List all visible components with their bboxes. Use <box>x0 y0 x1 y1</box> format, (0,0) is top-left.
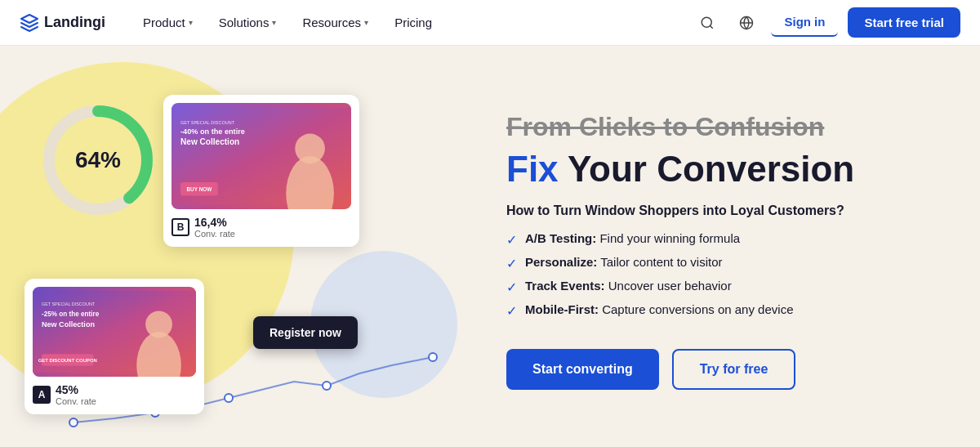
a-badge: A <box>33 386 51 404</box>
nav-resources[interactable]: Resources ▾ <box>291 9 380 36</box>
logo[interactable]: Landingi <box>20 13 105 33</box>
try-for-free-button[interactable]: Try for free <box>672 349 796 390</box>
main-content: 64% GET SPECIAL DISCOUNT <box>0 46 980 447</box>
feature-track-events: ✓ Track Events: Uncover user behavior <box>506 279 939 295</box>
language-button[interactable] <box>732 8 761 38</box>
start-trial-button[interactable]: Start free trial <box>848 7 960 38</box>
svg-text:GET DISCOUNT COUPON: GET DISCOUNT COUPON <box>38 358 97 363</box>
svg-point-9 <box>295 134 325 164</box>
signin-button[interactable]: Sign in <box>771 8 838 37</box>
logo-icon <box>20 13 39 33</box>
svg-text:New Collection: New Collection <box>42 320 95 329</box>
svg-text:BUY NOW: BUY NOW <box>186 186 212 192</box>
feature-mobile-first: ✓ Mobile-First: Capture conversions on a… <box>506 302 939 319</box>
b-variant-card: GET SPECIAL DISCOUNT -40% on the entire … <box>163 95 359 247</box>
checkmark-icon: ✓ <box>506 303 517 319</box>
nav-pricing[interactable]: Pricing <box>383 9 443 36</box>
b-badge: B <box>172 218 189 236</box>
nav-right: Sign in Start free trial <box>693 7 960 38</box>
b-card-image: GET SPECIAL DISCOUNT -40% on the entire … <box>172 103 351 209</box>
svg-point-24 <box>429 353 437 361</box>
b-card-header: B 16,4% Conv. rate <box>172 216 351 239</box>
strikethrough-headline: From Clicks to Confusion <box>506 111 939 142</box>
cta-buttons: Start converting Try for free <box>506 349 939 390</box>
a-conv-rate: 45% <box>56 383 96 396</box>
a-variant-card: GET SPECIAL DISCOUNT -25% on the entire … <box>24 279 204 414</box>
svg-point-0 <box>702 17 712 27</box>
hero-subtitle: How to Turn Window Shoppers into Loyal C… <box>506 203 939 218</box>
donut-percent-label: 64% <box>75 147 121 173</box>
chevron-down-icon: ▾ <box>364 18 368 27</box>
a-card-image: GET SPECIAL DISCOUNT -25% on the entire … <box>33 287 196 377</box>
feature-label: Personalize: <box>525 255 597 269</box>
nav-solutions[interactable]: Solutions ▾ <box>207 9 288 36</box>
register-now-button[interactable]: Register now <box>253 316 358 349</box>
checkmark-icon: ✓ <box>506 279 517 295</box>
svg-text:New Collection: New Collection <box>180 137 239 146</box>
a-card-hero-image: GET SPECIAL DISCOUNT -25% on the entire … <box>33 287 196 377</box>
chevron-down-icon: ▾ <box>272 18 276 27</box>
start-converting-button[interactable]: Start converting <box>506 349 659 390</box>
checkmark-icon: ✓ <box>506 232 517 248</box>
feature-text: Uncover user behavior <box>605 279 732 293</box>
feature-text: Find your winning formula <box>596 231 740 245</box>
feature-text: Tailor content to visitor <box>597 255 722 269</box>
a-card-badge: A 45% Conv. rate <box>33 383 196 406</box>
hero-content: From Clicks to Confusion Fix Your Conver… <box>474 46 980 447</box>
left-visual: 64% GET SPECIAL DISCOUNT <box>0 46 474 447</box>
nav-product[interactable]: Product ▾ <box>131 9 204 36</box>
nav-links: Product ▾ Solutions ▾ Resources ▾ Pricin… <box>131 9 693 36</box>
logo-text: Landingi <box>44 14 105 31</box>
svg-text:-40% on the entire: -40% on the entire <box>180 127 245 136</box>
feature-label: Mobile-First: <box>525 302 599 316</box>
chevron-down-icon: ▾ <box>189 18 193 27</box>
b-card-hero-image: GET SPECIAL DISCOUNT -40% on the entire … <box>172 103 351 209</box>
svg-point-17 <box>145 311 172 338</box>
svg-text:-25% on the entire: -25% on the entire <box>42 311 100 318</box>
feature-ab-testing: ✓ A/B Testing: Find your winning formula <box>506 231 939 248</box>
b-conv-label: Conv. rate <box>194 229 235 239</box>
search-button[interactable] <box>693 8 722 38</box>
svg-text:GET SPECIAL DISCOUNT: GET SPECIAL DISCOUNT <box>42 302 96 306</box>
feature-text: Capture conversions on any device <box>599 302 793 316</box>
checkmark-icon: ✓ <box>506 256 517 271</box>
headline-fix: Fix <box>506 149 559 189</box>
feature-label: Track Events: <box>525 279 605 293</box>
svg-point-22 <box>225 394 233 402</box>
headline-suffix: Your Conversion <box>559 149 855 189</box>
feature-label: A/B Testing: <box>525 231 596 245</box>
donut-chart: 64% <box>33 95 163 226</box>
svg-text:GET SPECIAL DISCOUNT: GET SPECIAL DISCOUNT <box>180 120 235 125</box>
svg-point-23 <box>323 382 331 390</box>
feature-list: ✓ A/B Testing: Find your winning formula… <box>506 231 939 326</box>
b-conv-rate: 16,4% <box>194 216 235 229</box>
navbar: Landingi Product ▾ Solutions ▾ Resources… <box>0 0 980 46</box>
svg-point-20 <box>69 418 78 427</box>
a-conv-label: Conv. rate <box>56 396 96 406</box>
main-headline: Fix Your Conversion <box>506 150 939 189</box>
feature-personalize: ✓ Personalize: Tailor content to visitor <box>506 255 939 271</box>
